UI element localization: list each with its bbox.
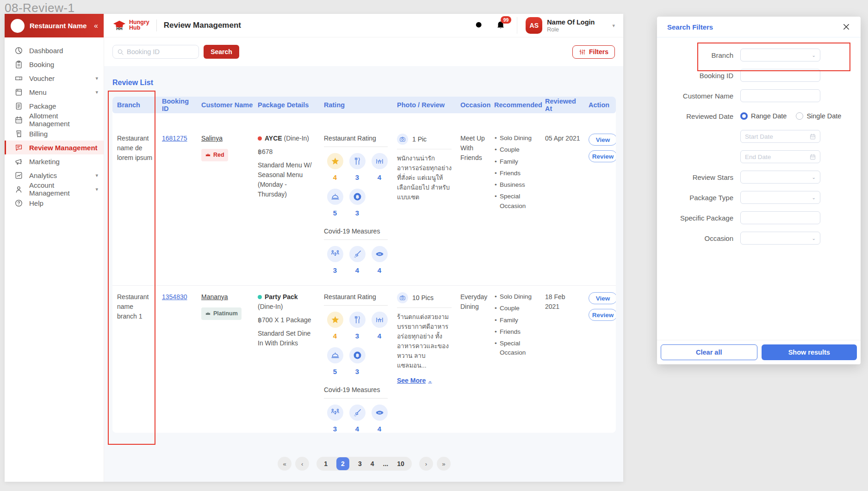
first-page-button[interactable]: « (278, 457, 291, 471)
customer-name-link[interactable]: Mananya (201, 293, 228, 301)
recommended-item: Solo Dining (494, 134, 538, 143)
filters-panel-footer: Clear all Show results (657, 340, 861, 364)
filters-button[interactable]: Filters (572, 45, 615, 59)
sidebar: Restaurant Name « Dashboard Booking Vouc… (5, 14, 104, 482)
filters-panel-body: Branch ⌄ Booking ID Customer Name Review… (657, 37, 861, 340)
sidebar-item-marketing[interactable]: Marketing (5, 154, 104, 168)
filter-row-review-stars: Review Stars ⌄ (657, 171, 861, 184)
sidebar-item-menu[interactable]: Menu▾ (5, 85, 104, 99)
search-button[interactable]: Search (204, 45, 239, 59)
package-type-select[interactable]: ⌄ (740, 191, 820, 204)
branch-select[interactable]: ⌄ (740, 49, 820, 61)
utensils-icon (353, 315, 362, 324)
dashboard-icon (14, 46, 23, 55)
sidebar-item-analytics[interactable]: Analytics▾ (5, 168, 104, 182)
user-menu[interactable]: AS Name Of Login Role ▾ (517, 17, 615, 34)
search-icon[interactable] (474, 20, 484, 31)
customer-name-link[interactable]: Salinya (201, 135, 223, 142)
booking-icon (14, 60, 23, 69)
end-date-input[interactable] (745, 153, 816, 160)
filters-panel-title: Search Filters (667, 23, 713, 31)
sidebar-item-package[interactable]: Package (5, 99, 104, 113)
start-date-picker[interactable] (740, 130, 820, 143)
top-header: Hungry Hub Review Management 99 AS Name … (104, 14, 623, 37)
branch-label: Branch (657, 51, 740, 59)
food-rating: 3 (346, 153, 368, 183)
page-button-3[interactable]: 3 (358, 460, 362, 467)
booking-id-link[interactable]: 1681275 (162, 135, 187, 142)
chevron-down-icon: ▾ (95, 172, 98, 178)
hungryhub-hat-icon (112, 19, 126, 31)
single-date-radio[interactable]: Single Date (796, 112, 841, 120)
sidebar-header: Restaurant Name « (5, 14, 104, 37)
ambience-rating: 4 (368, 312, 391, 342)
recommended-item: Couple (494, 304, 538, 313)
customer-name-field[interactable] (745, 92, 816, 99)
sidebar-item-help[interactable]: Help (5, 196, 104, 210)
crown-icon (205, 311, 211, 317)
cell-occasion: Everyday Dining (456, 286, 490, 433)
restaurant-name: Restaurant Name (30, 22, 94, 30)
review-stars-select[interactable]: ⌄ (740, 171, 820, 184)
close-icon[interactable] (842, 23, 850, 31)
specific-package-label: Specific Package (657, 214, 740, 222)
end-date-picker[interactable] (740, 150, 820, 163)
recommended-item: Family (494, 157, 538, 166)
review-button[interactable]: Review (589, 150, 616, 162)
cell-reviewed-at: 05 Apr 2021 (540, 113, 584, 285)
view-button[interactable]: View (589, 292, 616, 304)
last-page-button[interactable]: » (437, 457, 451, 471)
sidebar-item-voucher[interactable]: Voucher▾ (5, 71, 104, 85)
billing-icon (14, 129, 23, 138)
sidebar-item-booking[interactable]: Booking (5, 57, 104, 71)
booking-id-field[interactable] (745, 72, 816, 79)
radio-selected-icon (740, 112, 748, 120)
booking-id-link[interactable]: 1354830 (162, 293, 187, 301)
package-category-dot (258, 295, 262, 299)
filter-row-customer-name: Customer Name (657, 89, 861, 102)
cell-package-details: Party Pack (Dine-In) ฿700 X 1 Package St… (253, 286, 319, 433)
booking-id-search-input[interactable] (127, 48, 194, 55)
see-more-link[interactable]: See More⌄ (397, 376, 432, 386)
package-price: ฿678 (258, 147, 316, 157)
distancing-rating: 3 (324, 405, 346, 433)
hungryhub-logo: Hungry Hub (112, 19, 149, 31)
photo-count: 10 Pics (412, 293, 434, 303)
table-row: Restaurant name branch 1 1354830 Mananya… (112, 285, 616, 433)
value-rating: 3 (346, 347, 368, 377)
cleanliness-rating: 4 (346, 246, 368, 276)
filter-row-package-type: Package Type ⌄ (657, 191, 861, 204)
start-date-input[interactable] (745, 133, 816, 140)
calendar-icon (809, 133, 816, 140)
page-button-4[interactable]: 4 (371, 460, 374, 467)
show-results-button[interactable]: Show results (762, 344, 857, 360)
sidebar-item-review-management[interactable]: Review Management (5, 141, 104, 154)
page-button-2-active[interactable]: 2 (336, 457, 349, 470)
specific-package-field[interactable] (745, 215, 816, 221)
occasion-select[interactable]: ⌄ (740, 232, 820, 245)
analytics-icon (14, 171, 23, 180)
notifications-button[interactable]: 99 (496, 19, 506, 31)
sidebar-item-dashboard[interactable]: Dashboard (5, 43, 104, 57)
next-page-button[interactable]: › (419, 457, 433, 471)
rating-section-title: Restaurant Rating (324, 292, 390, 302)
baht-coin-icon (353, 192, 362, 201)
page-button-10[interactable]: 10 (397, 460, 404, 467)
page-button-1[interactable]: 1 (324, 460, 328, 467)
cloche-icon (331, 351, 340, 360)
star-icon (331, 315, 340, 324)
sidebar-item-account-management[interactable]: Account Management▾ (5, 182, 104, 196)
sidebar-collapse-icon[interactable]: « (94, 22, 98, 30)
sidebar-item-allotment-management[interactable]: Allotment Management (5, 113, 104, 127)
service-rating: 5 (324, 189, 346, 219)
review-button[interactable]: Review (589, 309, 616, 321)
cell-recommended: Solo Dining Couple Family Friends Busine… (490, 113, 540, 285)
sidebar-item-billing[interactable]: Billing (5, 127, 104, 141)
view-button[interactable]: View (589, 134, 616, 146)
range-date-radio[interactable]: Range Date (740, 112, 787, 120)
previous-page-button[interactable]: ‹ (295, 457, 309, 471)
crown-icon (205, 152, 211, 158)
clear-all-button[interactable]: Clear all (661, 344, 757, 360)
utensils-icon (353, 157, 362, 166)
safety-rating: 4 (368, 405, 391, 433)
